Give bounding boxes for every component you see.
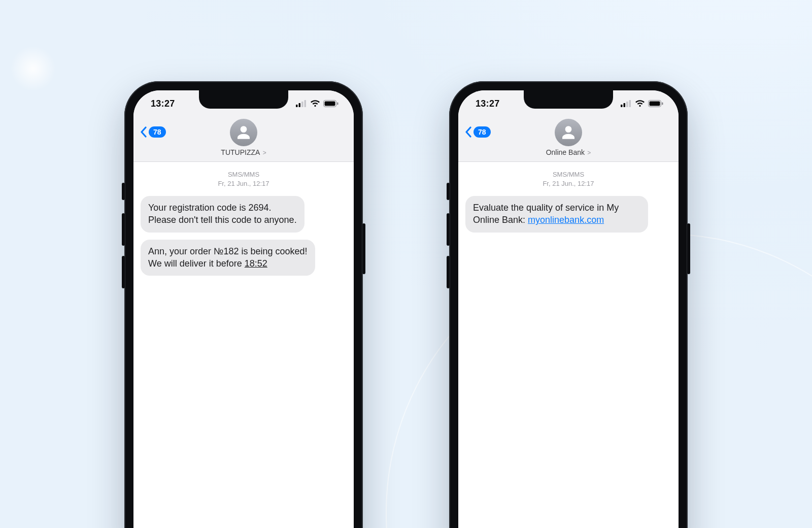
message-row: Ann, your order №182 is being cooked! We…	[141, 238, 347, 281]
status-icons	[296, 100, 339, 107]
svg-rect-2	[301, 102, 303, 107]
wifi-icon	[635, 100, 645, 107]
unread-badge: 78	[149, 126, 166, 138]
message-row: Evaluate the quality of service in My On…	[465, 194, 671, 238]
message-thread[interactable]: SMS/MMS Fr, 21 Jun., 12:17 Evaluate the …	[458, 162, 679, 238]
chevron-left-icon	[140, 126, 148, 138]
screen: 13:27 78 Online	[458, 90, 679, 528]
contact-name[interactable]: TUTUPIZZA >	[133, 148, 354, 156]
notch	[524, 90, 613, 109]
mute-switch	[122, 183, 125, 200]
phone-left: 13:27 78 TUTUPI	[124, 81, 363, 528]
svg-rect-12	[650, 102, 660, 106]
thread-type-label: SMS/MMS	[141, 170, 347, 179]
contact-name[interactable]: Online Bank >	[458, 148, 679, 156]
battery-icon	[323, 100, 339, 107]
back-button[interactable]: 78	[140, 126, 166, 138]
message-bubble[interactable]: Ann, your order №182 is being cooked! We…	[141, 240, 315, 276]
canvas: 13:27 78 TUTUPI	[0, 0, 812, 528]
message-bubble[interactable]: Evaluate the quality of service in My On…	[465, 196, 648, 233]
volume-down-button	[447, 256, 450, 288]
thread-timestamp: Fr, 21 Jun., 12:17	[465, 179, 671, 188]
message-line: Your registration code is 2694.	[148, 203, 272, 213]
status-time: 13:27	[151, 98, 175, 109]
avatar[interactable]	[230, 119, 257, 146]
cellular-icon	[296, 100, 307, 107]
chevron-right-icon: >	[586, 149, 591, 156]
message-thread[interactable]: SMS/MMS Fr, 21 Jun., 12:17 Your registra…	[133, 162, 354, 281]
screen: 13:27 78 TUTUPI	[133, 90, 354, 528]
contact-name-label: TUTUPIZZA	[221, 148, 260, 156]
status-icons	[621, 100, 663, 107]
volume-up-button	[447, 213, 450, 246]
volume-down-button	[122, 256, 125, 288]
thread-meta: SMS/MMS Fr, 21 Jun., 12:17	[141, 170, 347, 188]
time-link[interactable]: 18:52	[245, 258, 267, 269]
message-bubble[interactable]: Your registration code is 2694. Please d…	[141, 196, 304, 233]
conversation-header: 78 Online Bank >	[458, 117, 679, 162]
contact-name-label: Online Bank	[546, 148, 585, 156]
svg-rect-7	[621, 105, 623, 107]
phone-row: 13:27 78 TUTUPI	[0, 81, 812, 528]
chevron-left-icon	[464, 126, 472, 138]
message-link[interactable]: myonlinebank.com	[528, 215, 604, 225]
back-button[interactable]: 78	[464, 126, 491, 138]
person-icon	[235, 124, 252, 141]
thread-type-label: SMS/MMS	[465, 170, 671, 179]
thread-timestamp: Fr, 21 Jun., 12:17	[141, 179, 347, 188]
svg-rect-0	[296, 105, 298, 107]
phone-right: 13:27 78 Online	[449, 81, 688, 528]
wifi-icon	[310, 100, 320, 107]
message-line: We will deliver it before	[148, 258, 245, 269]
thread-meta: SMS/MMS Fr, 21 Jun., 12:17	[465, 170, 671, 188]
cellular-icon	[621, 100, 632, 107]
svg-rect-10	[629, 100, 631, 107]
notch	[199, 90, 288, 109]
conversation-header: 78 TUTUPIZZA >	[133, 117, 354, 162]
chevron-right-icon: >	[261, 149, 266, 156]
message-row: Your registration code is 2694. Please d…	[141, 194, 347, 238]
svg-rect-9	[626, 102, 628, 107]
svg-rect-8	[624, 103, 626, 107]
svg-rect-3	[304, 100, 307, 107]
volume-up-button	[122, 213, 125, 246]
mute-switch	[447, 183, 450, 200]
message-line: Please don't tell this code to anyone.	[148, 215, 297, 225]
power-button	[687, 223, 690, 274]
status-time: 13:27	[476, 98, 500, 109]
person-icon	[560, 124, 577, 141]
battery-icon	[648, 100, 663, 107]
svg-rect-13	[662, 103, 663, 105]
svg-rect-6	[337, 103, 339, 105]
svg-rect-5	[325, 102, 335, 106]
message-line: Ann, your order №182 is being cooked!	[148, 246, 308, 256]
unread-badge: 78	[473, 126, 491, 138]
svg-rect-1	[299, 103, 301, 107]
power-button	[362, 223, 365, 274]
avatar[interactable]	[555, 119, 582, 146]
